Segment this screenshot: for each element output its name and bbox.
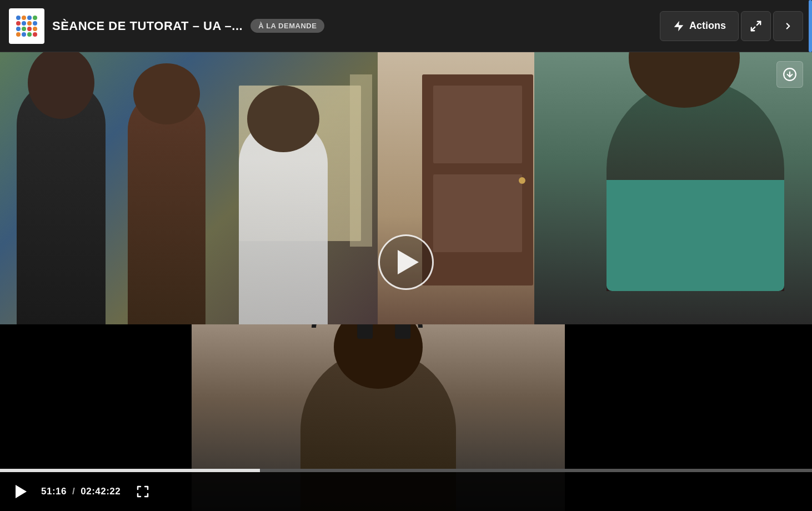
time-display-group: 51:16 / 02:42:22 bbox=[41, 486, 121, 497]
video-panel-left bbox=[0, 52, 378, 324]
chevron-right-icon bbox=[783, 21, 793, 31]
status-badge: À LA DEMANDE bbox=[250, 19, 324, 33]
actions-label: Actions bbox=[689, 20, 726, 32]
fullscreen-button[interactable] bbox=[133, 482, 153, 502]
ctrl-play-button[interactable] bbox=[11, 482, 31, 502]
video-panel-right bbox=[378, 52, 812, 324]
header: SÈANCE DE TUTORAT – UA –... À LA DEMANDE… bbox=[0, 0, 812, 52]
video-right-content bbox=[378, 52, 812, 324]
svg-marker-0 bbox=[674, 21, 684, 31]
header-actions: Actions bbox=[660, 11, 803, 41]
fullscreen-icon bbox=[136, 485, 149, 498]
play-icon bbox=[398, 250, 419, 274]
download-button[interactable] bbox=[776, 61, 803, 88]
controls-bar: 51:16 / 02:42:22 bbox=[0, 472, 812, 511]
next-button[interactable] bbox=[773, 11, 803, 41]
video-left-content bbox=[0, 52, 378, 324]
download-icon bbox=[783, 67, 797, 82]
expand-button[interactable] bbox=[741, 11, 771, 41]
time-separator: / bbox=[72, 486, 75, 497]
ctrl-play-icon bbox=[16, 485, 27, 498]
video-title: SÈANCE DE TUTORAT – UA –... bbox=[52, 19, 243, 33]
current-time: 51:16 bbox=[41, 486, 67, 497]
total-time: 02:42:22 bbox=[81, 486, 121, 497]
expand-icon bbox=[750, 20, 762, 32]
scrollbar bbox=[809, 0, 812, 52]
lightning-icon bbox=[673, 20, 685, 32]
play-button[interactable] bbox=[378, 234, 434, 290]
video-area: 51:16 / 02:42:22 bbox=[0, 52, 812, 511]
logo bbox=[9, 8, 44, 44]
actions-button[interactable]: Actions bbox=[660, 11, 739, 41]
